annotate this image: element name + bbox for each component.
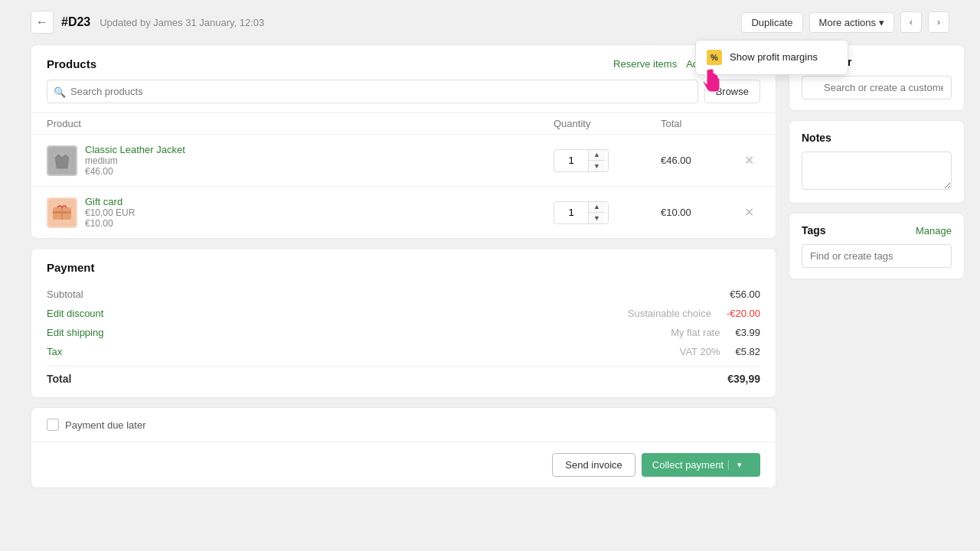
tags-header: Tags Manage [802, 224, 952, 236]
qty-input[interactable] [554, 204, 588, 221]
subtotal-label: Subtotal [47, 289, 83, 300]
payment-title: Payment [47, 261, 760, 274]
more-actions-dropdown: % Show profit margins [695, 40, 848, 75]
notes-section: Notes [789, 120, 965, 204]
search-icon: 🔍 [54, 86, 66, 97]
payment-due-row: Payment due later [31, 408, 776, 442]
product-name[interactable]: Classic Leather Jacket [85, 144, 185, 155]
back-button[interactable]: ← [31, 11, 54, 34]
discount-desc: Sustainable choice [628, 308, 711, 319]
tags-title: Tags [802, 224, 826, 236]
row-total: €10.00 [661, 207, 737, 218]
products-card-header: Products Reserve items Add custom item [31, 45, 776, 80]
tags-section: Tags Manage [789, 213, 965, 279]
notes-textarea[interactable] [802, 152, 952, 190]
product-info: Gift card €10,00 EUR €10.00 [47, 196, 554, 229]
subtotal-value: €56.00 [730, 289, 760, 300]
total-value: €39,99 [727, 373, 760, 385]
product-thumbnail [47, 197, 77, 228]
tax-value: €5.82 [735, 346, 760, 357]
main-content: Products Reserve items Add custom item 🔍… [31, 44, 776, 551]
qty-up[interactable]: ▲ [589, 202, 605, 213]
show-profit-margins-item[interactable]: % Show profit margins [696, 44, 848, 71]
collect-payment-button[interactable]: Collect payment ▾ [642, 453, 760, 477]
product-info: Classic Leather Jacket medium €46.00 [47, 144, 554, 177]
product-row: Gift card €10,00 EUR €10.00 ▲ ▼ [31, 186, 776, 238]
qty-up[interactable]: ▲ [589, 150, 605, 161]
product-row: Classic Leather Jacket medium €46.00 ▲ ▼ [31, 134, 776, 186]
quantity-stepper[interactable]: ▲ ▼ [554, 201, 609, 224]
total-row: Total €39,99 [47, 366, 760, 385]
qty-input[interactable] [554, 152, 588, 169]
tags-manage-link[interactable]: Manage [916, 225, 952, 236]
more-actions-button[interactable]: More actions ▾ [809, 12, 894, 33]
product-unit-price: €46.00 [85, 166, 185, 177]
order-id: #D23 [61, 15, 90, 28]
reserve-items-link[interactable]: Reserve items [613, 58, 677, 70]
total-label: Total [47, 373, 71, 385]
edit-discount-link[interactable]: Edit discount [47, 308, 103, 319]
tags-input-wrap [802, 244, 952, 268]
nav-prev-button[interactable]: ‹ [900, 11, 922, 33]
product-unit-price: €10.00 [85, 218, 135, 229]
customer-search-wrap: 🔍 [802, 76, 952, 99]
payment-card: Payment Subtotal €56.00 Edit discount [31, 248, 776, 398]
shipping-row: Edit shipping My flat rate €3.99 [47, 323, 760, 342]
table-header: Product Quantity Total [31, 112, 776, 134]
discount-row: Edit discount Sustainable choice -€20.00 [47, 304, 760, 323]
right-panel: Customer 🔍 Notes [789, 44, 965, 551]
row-total: €46.00 [661, 155, 737, 166]
product-name[interactable]: Gift card [85, 196, 135, 207]
footer-card: Payment due later Send invoice Collect p… [31, 407, 776, 488]
browse-button[interactable]: Browse [704, 80, 760, 103]
order-meta: Updated by James 31 January, 12:03 [100, 17, 264, 28]
quantity-stepper[interactable]: ▲ ▼ [554, 149, 609, 172]
duplicate-button[interactable]: Duplicate [741, 12, 802, 33]
search-input-wrap: 🔍 [47, 80, 698, 103]
collect-dropdown-arrow[interactable]: ▾ [728, 460, 750, 470]
products-title: Products [47, 57, 96, 70]
shipping-value: €3.99 [735, 327, 760, 338]
products-card: Products Reserve items Add custom item 🔍… [31, 44, 776, 239]
tags-input[interactable] [802, 244, 952, 268]
nav-next-button[interactable]: › [928, 11, 949, 33]
tax-link[interactable]: Tax [47, 346, 62, 357]
shipping-desc: My flat rate [671, 327, 720, 338]
subtotal-row: Subtotal €56.00 [47, 285, 760, 304]
qty-down[interactable]: ▼ [589, 161, 605, 171]
remove-item-button[interactable]: ✕ [737, 207, 760, 219]
tax-desc: VAT 20% [680, 346, 720, 357]
send-invoice-button[interactable]: Send invoice [552, 453, 635, 477]
qty-down[interactable]: ▼ [589, 213, 605, 223]
product-variant: €10,00 EUR [85, 207, 135, 218]
footer-buttons: Send invoice Collect payment ▾ [31, 442, 776, 487]
edit-shipping-link[interactable]: Edit shipping [47, 327, 103, 338]
tax-row: Tax VAT 20% €5.82 [47, 342, 760, 361]
payment-due-checkbox[interactable] [47, 419, 59, 431]
customer-search-input[interactable] [802, 76, 952, 99]
search-products-input[interactable] [47, 80, 698, 103]
product-variant: medium [85, 155, 185, 166]
products-search-row: 🔍 Browse [31, 80, 776, 112]
product-thumbnail [47, 145, 77, 176]
discount-value: -€20.00 [727, 308, 760, 319]
notes-title: Notes [802, 132, 831, 144]
header-actions: Duplicate More actions ▾ % Show profit m… [741, 11, 949, 33]
remove-item-button[interactable]: ✕ [737, 155, 760, 167]
header: ← #D23 Updated by James 31 January, 12:0… [0, 0, 980, 34]
profit-icon: % [707, 50, 722, 65]
payment-due-label: Payment due later [65, 419, 146, 431]
notes-header: Notes [802, 132, 952, 144]
